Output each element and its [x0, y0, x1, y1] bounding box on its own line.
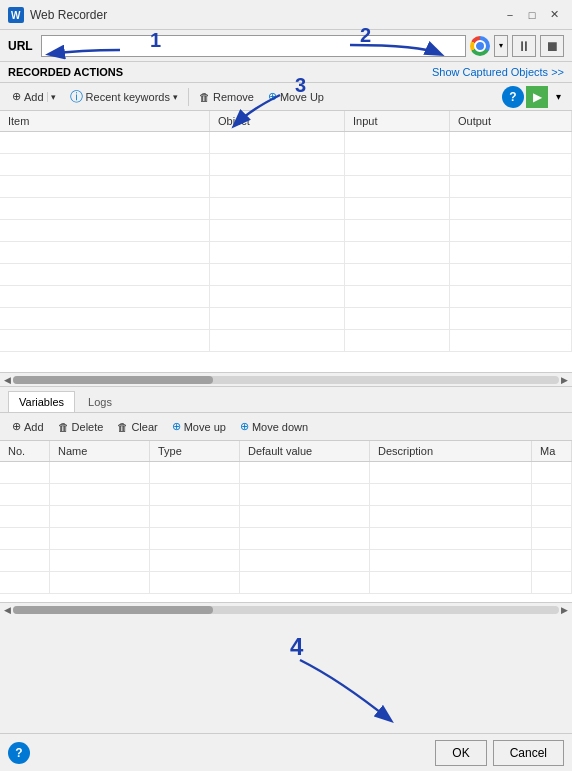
scrollbar-track	[13, 376, 559, 384]
maximize-button[interactable]: □	[522, 5, 542, 25]
vars-move-up-icon: ⊕	[172, 420, 181, 433]
minimize-button[interactable]: −	[500, 5, 520, 25]
add-dropdown-arrow[interactable]: ▾	[47, 92, 56, 102]
svg-text:W: W	[11, 10, 21, 21]
vars-move-down-button[interactable]: ⊕ Move down	[234, 416, 314, 438]
vars-clear-label: Clear	[131, 421, 157, 433]
vars-col-name: Name	[50, 441, 150, 461]
vars-table-row	[0, 484, 572, 506]
table-row	[0, 308, 572, 330]
vars-col-no: No.	[0, 441, 50, 461]
table-row	[0, 242, 572, 264]
bottom-bar: ? OK Cancel	[0, 733, 572, 771]
col-object: Object	[210, 111, 345, 131]
table-header: Item Object Input Output	[0, 111, 572, 132]
vars-col-ma: Ma	[532, 441, 572, 461]
vars-scrollbar-thumb[interactable]	[13, 606, 213, 614]
recent-keywords-arrow: ▾	[173, 92, 178, 102]
variables-toolbar: ⊕ Add 🗑 Delete 🗑 Clear ⊕ Move up ⊕ Move …	[0, 413, 572, 441]
tab-variables[interactable]: Variables	[8, 391, 75, 412]
vars-delete-label: Delete	[72, 421, 104, 433]
table-row	[0, 220, 572, 242]
title-bar: W Web Recorder − □ ✕	[0, 0, 572, 30]
vars-col-description: Description	[370, 441, 532, 461]
url-label: URL	[8, 39, 33, 53]
vars-move-down-icon: ⊕	[240, 420, 249, 433]
table-row	[0, 176, 572, 198]
vars-delete-button[interactable]: 🗑 Delete	[52, 416, 110, 438]
vars-col-type: Type	[150, 441, 240, 461]
add-icon: ⊕	[12, 90, 21, 103]
vars-scroll-right-arrow[interactable]: ▶	[559, 605, 570, 615]
stop-button[interactable]: ⏹	[540, 35, 564, 57]
bottom-help-button[interactable]: ?	[8, 742, 30, 764]
vars-table-row	[0, 528, 572, 550]
vars-move-up-button[interactable]: ⊕ Move up	[166, 416, 232, 438]
remove-button[interactable]: 🗑 Remove	[193, 86, 260, 108]
col-output: Output	[450, 111, 572, 131]
tab-logs[interactable]: Logs	[77, 391, 123, 412]
show-captured-link[interactable]: Show Captured Objects >>	[432, 66, 564, 78]
recent-keywords-button[interactable]: ⓘ Recent keywords ▾	[64, 86, 184, 108]
window-controls: − □ ✕	[500, 5, 564, 25]
table-horizontal-scrollbar[interactable]: ◀ ▶	[0, 372, 572, 386]
move-up-label: Move Up	[280, 91, 324, 103]
vars-move-down-label: Move down	[252, 421, 308, 433]
remove-label: Remove	[213, 91, 254, 103]
vars-move-up-label: Move up	[184, 421, 226, 433]
url-dropdown-button[interactable]: ▾	[494, 35, 508, 57]
table-row	[0, 154, 572, 176]
ok-button[interactable]: OK	[435, 740, 486, 766]
vars-scroll-left-arrow[interactable]: ◀	[2, 605, 13, 615]
url-input[interactable]	[41, 35, 466, 57]
svg-text:4: 4	[290, 633, 304, 660]
vars-add-icon: ⊕	[12, 420, 21, 433]
vars-scrollbar-track	[13, 606, 559, 614]
play-button[interactable]: ▶	[526, 86, 548, 108]
vars-table-header: No. Name Type Default value Description …	[0, 441, 572, 462]
more-button[interactable]: ▾	[550, 86, 566, 108]
vars-clear-icon: 🗑	[117, 421, 128, 433]
toolbar-separator-1	[188, 88, 189, 106]
table-row	[0, 264, 572, 286]
table-row	[0, 330, 572, 352]
help-button[interactable]: ?	[502, 86, 524, 108]
col-input: Input	[345, 111, 450, 131]
recorded-actions-header: RECORDED ACTIONS Show Captured Objects >…	[0, 62, 572, 83]
table-scroll-area[interactable]	[0, 132, 572, 372]
move-up-button[interactable]: ⊕ Move Up	[262, 86, 330, 108]
recent-keywords-icon: ⓘ	[70, 88, 83, 106]
vars-scroll-area[interactable]	[0, 462, 572, 602]
vars-table-row	[0, 550, 572, 572]
vars-clear-button[interactable]: 🗑 Clear	[111, 416, 163, 438]
recorded-actions-toolbar: ⊕ Add ▾ ⓘ Recent keywords ▾ 🗑 Remove ⊕ M…	[0, 83, 572, 111]
table-row	[0, 132, 572, 154]
vars-add-label: Add	[24, 421, 44, 433]
add-button[interactable]: ⊕ Add ▾	[6, 86, 62, 108]
scroll-left-arrow[interactable]: ◀	[2, 375, 13, 385]
app-icon: W	[8, 7, 24, 23]
close-button[interactable]: ✕	[544, 5, 564, 25]
vars-add-button[interactable]: ⊕ Add	[6, 416, 50, 438]
recent-keywords-label: Recent keywords	[86, 91, 170, 103]
move-up-icon: ⊕	[268, 90, 277, 103]
scroll-right-arrow[interactable]: ▶	[559, 375, 570, 385]
pause-button[interactable]: ⏸	[512, 35, 536, 57]
vars-table-row	[0, 506, 572, 528]
add-label: Add	[24, 91, 44, 103]
vars-table-row	[0, 462, 572, 484]
scrollbar-thumb[interactable]	[13, 376, 213, 384]
vars-table-row	[0, 572, 572, 594]
table-row	[0, 286, 572, 308]
col-item: Item	[0, 111, 210, 131]
tabs-bar: Variables Logs	[0, 387, 572, 413]
vars-delete-icon: 🗑	[58, 421, 69, 433]
vars-col-default: Default value	[240, 441, 370, 461]
remove-icon: 🗑	[199, 91, 210, 103]
chrome-icon	[470, 36, 490, 56]
table-row	[0, 198, 572, 220]
variables-table: No. Name Type Default value Description …	[0, 441, 572, 616]
cancel-button[interactable]: Cancel	[493, 740, 564, 766]
url-bar: URL ▾ ⏸ ⏹	[0, 30, 572, 62]
vars-horizontal-scrollbar[interactable]: ◀ ▶	[0, 602, 572, 616]
